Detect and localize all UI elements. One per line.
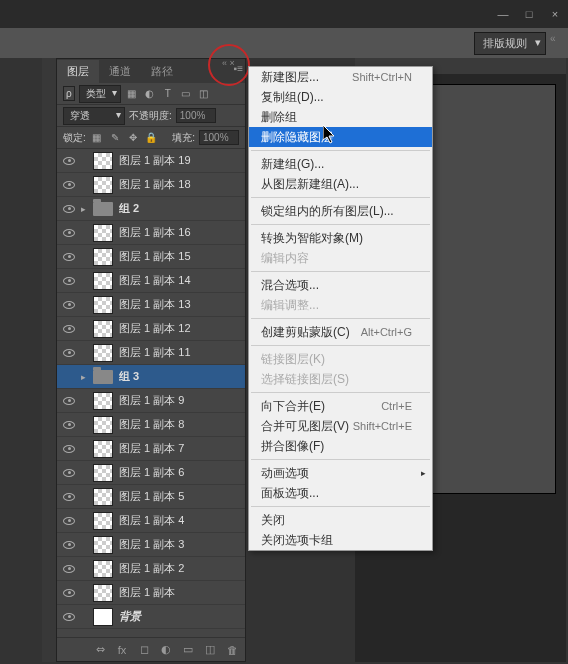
- layer-style-icon[interactable]: fx: [115, 643, 129, 657]
- layer-name[interactable]: 图层 1 副本 15: [119, 249, 245, 264]
- layer-thumbnail[interactable]: [93, 224, 113, 242]
- menu-item[interactable]: 转换为智能对象(M): [249, 228, 432, 248]
- layer-name[interactable]: 背景: [119, 609, 245, 624]
- visibility-toggle[interactable]: [57, 205, 81, 213]
- visibility-toggle[interactable]: [57, 325, 81, 333]
- visibility-toggle[interactable]: [57, 541, 81, 549]
- visibility-toggle[interactable]: [57, 181, 81, 189]
- fill-input[interactable]: 100%: [199, 130, 239, 145]
- minimize-button[interactable]: —: [494, 7, 512, 21]
- new-layer-icon[interactable]: ◫: [203, 643, 217, 657]
- filter-image-icon[interactable]: ▦: [125, 87, 139, 101]
- layer-row[interactable]: 图层 1 副本 14: [57, 269, 245, 293]
- menu-item[interactable]: 删除隐藏图层: [249, 127, 432, 147]
- layer-thumbnail[interactable]: [93, 536, 113, 554]
- visibility-toggle[interactable]: [57, 565, 81, 573]
- lock-pixels-icon[interactable]: ✎: [108, 131, 122, 145]
- panel-collapse-icon[interactable]: «: [550, 33, 560, 53]
- close-button[interactable]: ×: [546, 7, 564, 21]
- layer-name[interactable]: 图层 1 副本 14: [119, 273, 245, 288]
- panel-menu-chevron-icon[interactable]: « ×: [222, 58, 235, 68]
- menu-item[interactable]: 混合选项...: [249, 275, 432, 295]
- visibility-toggle[interactable]: [57, 421, 81, 429]
- layer-name[interactable]: 图层 1 副本 11: [119, 345, 245, 360]
- visibility-toggle[interactable]: [57, 157, 81, 165]
- menu-item[interactable]: 锁定组内的所有图层(L)...: [249, 201, 432, 221]
- layer-thumbnail[interactable]: [93, 344, 113, 362]
- type-filter-dropdown[interactable]: 类型: [79, 85, 121, 103]
- menu-item[interactable]: 从图层新建组(A)...: [249, 174, 432, 194]
- layer-thumbnail[interactable]: [93, 608, 113, 626]
- layer-name[interactable]: 图层 1 副本 3: [119, 537, 245, 552]
- layer-row[interactable]: 图层 1 副本 6: [57, 461, 245, 485]
- visibility-toggle[interactable]: [57, 469, 81, 477]
- layer-row[interactable]: 图层 1 副本 16: [57, 221, 245, 245]
- new-group-icon[interactable]: ▭: [181, 643, 195, 657]
- layer-row[interactable]: 图层 1 副本 2: [57, 557, 245, 581]
- layer-thumbnail[interactable]: [93, 416, 113, 434]
- layer-thumbnail[interactable]: [93, 392, 113, 410]
- layer-row[interactable]: 图层 1 副本 4: [57, 509, 245, 533]
- visibility-toggle[interactable]: [57, 349, 81, 357]
- group-row[interactable]: ▸组 2: [57, 197, 245, 221]
- tab-channels[interactable]: 通道: [99, 60, 141, 83]
- layer-thumbnail[interactable]: [93, 440, 113, 458]
- layer-row[interactable]: 图层 1 副本 11: [57, 341, 245, 365]
- layer-row[interactable]: 图层 1 副本 12: [57, 317, 245, 341]
- panel-menu-icon[interactable]: ▪≡: [234, 63, 243, 74]
- layer-thumbnail[interactable]: [93, 584, 113, 602]
- layer-name[interactable]: 图层 1 副本: [119, 585, 245, 600]
- visibility-toggle[interactable]: [57, 493, 81, 501]
- delete-layer-icon[interactable]: 🗑: [225, 643, 239, 657]
- menu-item[interactable]: 关闭: [249, 510, 432, 530]
- menu-item[interactable]: 关闭选项卡组: [249, 530, 432, 550]
- layer-row[interactable]: 背景: [57, 605, 245, 629]
- menu-item[interactable]: 复制组(D)...: [249, 87, 432, 107]
- link-layers-icon[interactable]: ⇔: [93, 643, 107, 657]
- menu-item[interactable]: 动画选项: [249, 463, 432, 483]
- visibility-toggle[interactable]: [57, 301, 81, 309]
- menu-item[interactable]: 面板选项...: [249, 483, 432, 503]
- layers-list[interactable]: 图层 1 副本 19图层 1 副本 18▸组 2图层 1 副本 16图层 1 副…: [57, 149, 245, 637]
- layer-name[interactable]: 图层 1 副本 7: [119, 441, 245, 456]
- layer-name[interactable]: 图层 1 副本 9: [119, 393, 245, 408]
- layer-mask-icon[interactable]: ◻: [137, 643, 151, 657]
- visibility-toggle[interactable]: [57, 613, 81, 621]
- filter-adjust-icon[interactable]: ◐: [143, 87, 157, 101]
- layer-thumbnail[interactable]: [93, 152, 113, 170]
- menu-item[interactable]: 新建组(G)...: [249, 154, 432, 174]
- layer-name[interactable]: 图层 1 副本 4: [119, 513, 245, 528]
- menu-item[interactable]: 合并可见图层(V)Shift+Ctrl+E: [249, 416, 432, 436]
- filter-text-icon[interactable]: T: [161, 87, 175, 101]
- visibility-toggle[interactable]: [57, 397, 81, 405]
- layer-thumbnail[interactable]: [93, 176, 113, 194]
- adjustment-layer-icon[interactable]: ◐: [159, 643, 173, 657]
- menu-item[interactable]: 向下合并(E)Ctrl+E: [249, 396, 432, 416]
- layer-thumbnail[interactable]: [93, 464, 113, 482]
- filter-shape-icon[interactable]: ▭: [179, 87, 193, 101]
- layer-row[interactable]: 图层 1 副本 5: [57, 485, 245, 509]
- visibility-toggle[interactable]: [57, 253, 81, 261]
- layer-row[interactable]: 图层 1 副本 15: [57, 245, 245, 269]
- layer-name[interactable]: 图层 1 副本 8: [119, 417, 245, 432]
- layer-row[interactable]: 图层 1 副本: [57, 581, 245, 605]
- visibility-toggle[interactable]: [57, 445, 81, 453]
- layer-thumbnail[interactable]: [93, 512, 113, 530]
- layer-row[interactable]: 图层 1 副本 13: [57, 293, 245, 317]
- layer-thumbnail[interactable]: [93, 248, 113, 266]
- layer-row[interactable]: 图层 1 副本 9: [57, 389, 245, 413]
- menu-item[interactable]: 拼合图像(F): [249, 436, 432, 456]
- layer-name[interactable]: 图层 1 副本 2: [119, 561, 245, 576]
- filter-smart-icon[interactable]: ◫: [197, 87, 211, 101]
- layer-name[interactable]: 图层 1 副本 12: [119, 321, 245, 336]
- layer-name[interactable]: 图层 1 副本 16: [119, 225, 245, 240]
- group-row[interactable]: ▸组 3: [57, 365, 245, 389]
- menu-item[interactable]: 删除组: [249, 107, 432, 127]
- lock-transparency-icon[interactable]: ▦: [90, 131, 104, 145]
- layer-name[interactable]: 组 2: [119, 201, 245, 216]
- expand-toggle[interactable]: ▸: [81, 204, 93, 214]
- lock-position-icon[interactable]: ✥: [126, 131, 140, 145]
- visibility-toggle[interactable]: [57, 229, 81, 237]
- layer-name[interactable]: 图层 1 副本 5: [119, 489, 245, 504]
- visibility-toggle[interactable]: [57, 589, 81, 597]
